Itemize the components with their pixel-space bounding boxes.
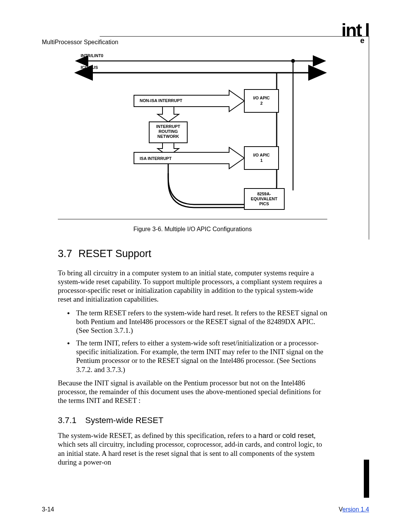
label-apic2a: I/O APIC xyxy=(253,96,270,100)
intel-logo: intel xyxy=(341,20,369,43)
section-para1: To bring all circuitry in a computer sys… xyxy=(58,268,327,304)
figure-caption: Figure 3-6. Multiple I/O APIC Configurat… xyxy=(58,226,327,233)
label-apic1a: I/O APIC xyxy=(253,153,270,157)
version-rest: ersion 1.4 xyxy=(342,506,369,513)
label-intr: INTR/LINT0 xyxy=(81,53,103,58)
section-para2: Because the INIT signal is available on … xyxy=(58,379,327,405)
version-label: Version 1.4 xyxy=(339,506,369,513)
diagram-svg: INTR/LINT0 ICC BUS I/O APIC 2 I/O APIC 1 xyxy=(58,40,327,219)
figure-bottom-rule xyxy=(58,219,327,219)
label-pics2: EQUIVALENT xyxy=(251,197,277,201)
body-text: 3.7 RESET Support To bring all circuitry… xyxy=(58,248,327,471)
page-footer: 3-14 Version 1.4 xyxy=(42,506,369,513)
label-icc: ICC BUS xyxy=(81,65,98,70)
page-number: 3-14 xyxy=(42,506,54,513)
section-3.7-heading: 3.7 RESET Support xyxy=(58,248,327,260)
subsection-para: The system-wide RESET, as defined by thi… xyxy=(58,431,327,466)
label-nonisa: NON-ISA INTERRUPT xyxy=(140,98,182,103)
figure-top-rule xyxy=(100,36,369,37)
figure-3-6: INTR/LINT0 ICC BUS I/O APIC 2 I/O APIC 1 xyxy=(58,40,327,219)
sub-hard: hard xyxy=(258,431,273,439)
right-edge-marker xyxy=(364,460,369,498)
section-3.7.1-heading: 3.7.1 System-wide RESET xyxy=(58,415,327,426)
bullet-2: The term INIT, refers to either a system… xyxy=(69,339,327,374)
page: MultiProcessor Specification intel INTR/… xyxy=(0,0,411,532)
label-apic1b: 1 xyxy=(260,158,263,163)
label-pics3: PICS xyxy=(259,201,269,206)
subsection-num: 3.7.1 xyxy=(58,415,85,426)
label-irn3: NETWORK xyxy=(158,134,179,139)
label-isa: ISA INTERRUPT xyxy=(140,156,172,161)
subsection-title: System-wide RESET xyxy=(85,415,163,426)
label-irn1: INTERRUPT xyxy=(156,124,180,129)
sub-cold: cold reset xyxy=(282,431,314,439)
version-v: V xyxy=(339,506,342,513)
label-irn2: ROUTING xyxy=(159,129,178,134)
side-rule xyxy=(369,36,370,240)
section-title: RESET Support xyxy=(78,248,151,260)
bullet-1: The term RESET refers to the system-wide… xyxy=(69,308,327,335)
sub-para-a: The system-wide RESET, as defined by thi… xyxy=(58,431,258,439)
sub-or: or xyxy=(273,431,282,439)
section-num: 3.7 xyxy=(58,248,78,260)
label-pics1: 8259A- xyxy=(257,192,271,196)
label-apic2b: 2 xyxy=(260,101,263,105)
bullet-list: The term RESET refers to the system-wide… xyxy=(58,308,327,374)
